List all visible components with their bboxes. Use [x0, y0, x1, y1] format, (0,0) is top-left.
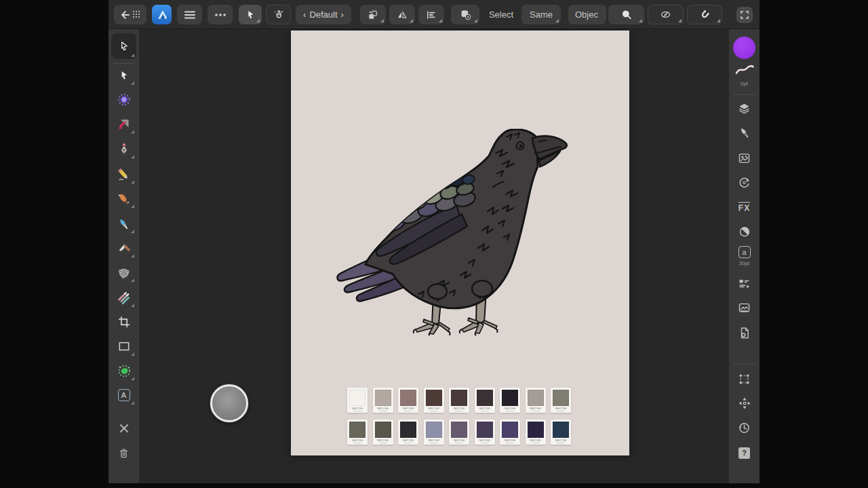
- align-icon: [425, 9, 437, 21]
- tool-paint-brush[interactable]: [111, 212, 136, 235]
- tool-artistic-text[interactable]: A: [111, 384, 136, 407]
- swatch-color-chip: [349, 390, 366, 406]
- stroke-squiggle-icon: [734, 64, 755, 76]
- touch-gesture-button[interactable]: [266, 5, 291, 24]
- swatch-card-subtext: [379, 443, 387, 444]
- expand-icon: [740, 10, 749, 20]
- preset-selector[interactable]: ‹ Default ›: [296, 5, 351, 24]
- panel-effects[interactable]: FX: [732, 196, 757, 219]
- pantone-swatch-card[interactable]: PANTONE: [424, 388, 444, 413]
- panel-pixel-adjust[interactable]: [732, 146, 757, 169]
- pantone-swatch-card[interactable]: PANTONE: [398, 420, 418, 445]
- tool-flood-select[interactable]: [111, 359, 136, 382]
- flip-horizontal-button[interactable]: [389, 5, 415, 24]
- panel-navigator[interactable]: [732, 392, 757, 415]
- panel-transform[interactable]: [732, 367, 757, 390]
- select-object-button[interactable]: Objec: [568, 5, 606, 24]
- tool-pencil[interactable]: [111, 163, 136, 186]
- pantone-swatch-card[interactable]: PANTONE: [526, 420, 546, 445]
- swatch-card-subtext: [404, 443, 412, 444]
- pantone-swatch-card[interactable]: PANTONE: [347, 388, 368, 413]
- help-button[interactable]: ?: [732, 441, 757, 464]
- panel-paragraph[interactable]: [732, 272, 757, 295]
- select-label: Select: [489, 9, 513, 20]
- stroke-width-value: 0pt: [729, 81, 760, 87]
- panel-brushes[interactable]: [732, 121, 757, 144]
- back-home-button[interactable]: [114, 5, 146, 24]
- pantone-swatch-card[interactable]: PANTONE: [551, 388, 571, 413]
- tool-rectangle[interactable]: [111, 335, 136, 358]
- pantone-swatch-card[interactable]: PANTONE: [373, 420, 393, 445]
- tool-contour[interactable]: [111, 113, 136, 136]
- tool-knife[interactable]: [111, 237, 136, 260]
- tool-corner[interactable]: [111, 88, 136, 111]
- select-menu[interactable]: Select: [486, 5, 517, 24]
- help-question-icon: ?: [738, 447, 750, 459]
- tool-fill-mesh[interactable]: [111, 261, 136, 284]
- swatch-card-subtext: [557, 411, 565, 412]
- swatch-card-subtext: [481, 443, 489, 444]
- artboard-canvas[interactable]: PANTONEPANTONEPANTONEPANTONEPANTONEPANTO…: [291, 30, 629, 455]
- delete-button[interactable]: [111, 442, 136, 465]
- pantone-swatch-row: PANTONEPANTONEPANTONEPANTONEPANTONEPANTO…: [347, 420, 571, 445]
- fill-mesh-icon: [117, 266, 131, 280]
- snapping-button[interactable]: [687, 5, 722, 24]
- pantone-swatch-card[interactable]: PANTONE: [398, 388, 418, 413]
- view-mode-button[interactable]: [648, 5, 684, 24]
- hamburger-icon: [184, 11, 195, 19]
- zoom-button[interactable]: [608, 5, 644, 24]
- swatch-color-chip: [502, 422, 518, 438]
- panel-tone-adjust[interactable]: [732, 220, 757, 243]
- panel-character[interactable]: a: [732, 243, 757, 261]
- tool-move-selected[interactable]: [111, 33, 136, 59]
- close-tools-button[interactable]: [111, 417, 136, 440]
- pantone-swatch-card[interactable]: PANTONE: [500, 388, 520, 413]
- pantone-swatch-card[interactable]: PANTONE: [424, 420, 444, 445]
- pantone-swatch-card[interactable]: PANTONE: [500, 420, 520, 445]
- preset-label: Default: [309, 9, 337, 20]
- pantone-swatch-card[interactable]: PANTONE: [347, 420, 368, 445]
- hand-sparkle-icon: [273, 9, 285, 21]
- menu-button[interactable]: [177, 5, 202, 24]
- pantone-swatch-card[interactable]: PANTONE: [449, 388, 469, 413]
- raven-artwork[interactable]: [336, 129, 570, 336]
- swatch-card-subtext: [557, 443, 565, 444]
- duplicate-button[interactable]: [360, 5, 386, 24]
- preset-next-icon[interactable]: ›: [341, 9, 344, 20]
- pantone-swatch-card[interactable]: PANTONE: [475, 420, 495, 445]
- swatch-card-label: PANTONE: [377, 407, 389, 410]
- preset-prev-icon[interactable]: ‹: [303, 9, 306, 20]
- tool-vector-brush[interactable]: [111, 187, 136, 210]
- panel-document-settings[interactable]: [732, 321, 757, 344]
- fill-color-well[interactable]: [732, 35, 757, 60]
- affinity-app-button[interactable]: [152, 5, 172, 24]
- tool-crop[interactable]: [111, 310, 136, 333]
- panel-transform-sync[interactable]: [732, 171, 757, 194]
- pantone-swatch-card[interactable]: PANTONE: [526, 388, 546, 413]
- pantone-swatch-card[interactable]: PANTONE: [373, 388, 393, 413]
- panel-layers[interactable]: [732, 97, 757, 120]
- pantone-swatch-card[interactable]: PANTONE: [551, 420, 571, 445]
- panel-swatches-media[interactable]: [732, 296, 757, 319]
- tool-node[interactable]: [111, 64, 136, 87]
- object-label: Objec: [575, 9, 598, 20]
- swatch-card-subtext: [532, 411, 540, 412]
- swatch-card-label: PANTONE: [530, 439, 541, 442]
- ipad-screen: ‹ Default ›: [0, 0, 868, 488]
- insert-shape-button[interactable]: [451, 5, 479, 24]
- quick-menu-circle-button[interactable]: [210, 384, 248, 422]
- tool-pixel-pencils[interactable]: [111, 286, 136, 309]
- pantone-swatch-card[interactable]: PANTONE: [475, 388, 495, 413]
- pantone-swatch-card[interactable]: PANTONE: [449, 420, 469, 445]
- navigator-arrows-icon: [737, 396, 752, 411]
- swatch-color-chip: [553, 390, 569, 406]
- stroke-style-button[interactable]: [732, 62, 757, 78]
- fx-icon: FX: [738, 202, 750, 213]
- align-button[interactable]: [418, 5, 444, 24]
- more-options-button[interactable]: [208, 5, 233, 24]
- select-same-button[interactable]: Same: [521, 5, 561, 24]
- fullscreen-button[interactable]: [736, 7, 753, 23]
- move-tool-button[interactable]: [239, 5, 262, 24]
- tool-pen[interactable]: [111, 138, 136, 161]
- panel-history[interactable]: [732, 416, 757, 439]
